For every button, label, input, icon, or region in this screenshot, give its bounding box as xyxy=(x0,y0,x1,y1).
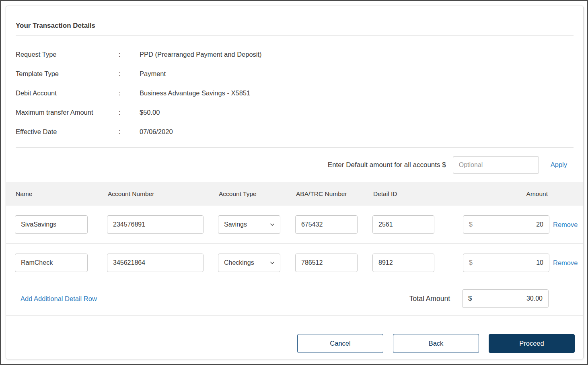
dollar-sign: $ xyxy=(469,259,473,266)
page-title: Your Transaction Details xyxy=(16,22,95,30)
aba-trc-number-input[interactable] xyxy=(295,215,358,234)
table-row: Savings $ Remove xyxy=(6,206,583,244)
summary-colon: : xyxy=(119,89,140,97)
amount-input[interactable] xyxy=(473,259,543,266)
column-header-account-type: Account Type xyxy=(218,190,295,198)
aba-trc-number-input[interactable] xyxy=(295,254,358,272)
column-header-account-number: Account Number xyxy=(107,190,218,198)
transaction-details-card: Your Transaction Details Request Type : … xyxy=(6,6,584,359)
summary-colon: : xyxy=(119,128,140,136)
summary-colon: : xyxy=(119,70,140,78)
column-header-aba-trc-number: ABA/TRC Number xyxy=(295,190,372,198)
summary-colon: : xyxy=(119,109,140,116)
proceed-button[interactable]: Proceed xyxy=(489,334,575,353)
summary-value: Business Advantage Savings - X5851 xyxy=(140,89,250,97)
account-type-selected-value: Checkings xyxy=(224,259,254,266)
name-input[interactable] xyxy=(15,215,88,234)
dollar-sign: $ xyxy=(468,295,472,303)
summary-row-max-transfer-amount: Maximum transfer Amount : $50.00 xyxy=(16,103,574,122)
summary-row-template-type: Template Type : Payment xyxy=(16,64,574,83)
summary-row-debit-account: Debit Account : Business Advantage Savin… xyxy=(16,83,574,103)
name-input[interactable] xyxy=(15,254,88,272)
summary-section: Request Type : PPD (Prearranged Payment … xyxy=(6,36,583,147)
card-header: Your Transaction Details xyxy=(6,6,583,35)
total-amount-field: $ xyxy=(462,289,549,308)
account-type-select[interactable]: Savings xyxy=(218,215,280,234)
remove-link[interactable]: Remove xyxy=(553,259,578,266)
apply-link[interactable]: Apply xyxy=(551,161,567,169)
back-button[interactable]: Back xyxy=(393,334,479,353)
default-amount-section: Enter Default amount for all accounts $ … xyxy=(6,148,583,182)
amount-input[interactable] xyxy=(473,221,543,228)
account-number-input[interactable] xyxy=(107,254,204,272)
summary-label: Effective Date xyxy=(16,128,119,136)
summary-colon: : xyxy=(119,51,140,58)
amount-field[interactable]: $ xyxy=(463,254,549,272)
column-header-name: Name xyxy=(15,190,107,198)
dollar-sign: $ xyxy=(469,221,473,228)
summary-value: Payment xyxy=(140,70,166,78)
table-header-row: Name Account Number Account Type ABA/TRC… xyxy=(6,182,583,206)
total-amount-label: Total Amount xyxy=(409,295,450,303)
table-row: Checkings $ Remove xyxy=(6,244,583,282)
chevron-down-icon xyxy=(269,260,275,266)
default-amount-label: Enter Default amount for all accounts $ xyxy=(328,161,446,169)
summary-value: 07/06/2020 xyxy=(140,128,173,136)
amount-field[interactable]: $ xyxy=(463,215,549,234)
account-type-selected-value: Savings xyxy=(224,221,247,228)
summary-row-effective-date: Effective Date : 07/06/2020 xyxy=(16,122,574,141)
total-amount-value xyxy=(472,295,543,302)
table-footer-row: Add Additional Detail Row Total Amount $ xyxy=(6,282,583,316)
account-type-select[interactable]: Checkings xyxy=(218,254,280,272)
detail-id-input[interactable] xyxy=(372,215,434,234)
detail-id-input[interactable] xyxy=(372,254,434,272)
column-header-detail-id: Detail ID xyxy=(372,190,463,198)
summary-label: Request Type xyxy=(16,51,119,58)
action-buttons: Cancel Back Proceed xyxy=(6,316,583,353)
remove-link[interactable]: Remove xyxy=(553,221,578,228)
default-amount-input[interactable] xyxy=(453,156,539,174)
summary-label: Debit Account xyxy=(16,89,119,97)
account-number-input[interactable] xyxy=(107,215,204,234)
summary-label: Maximum transfer Amount xyxy=(16,109,119,116)
cancel-button[interactable]: Cancel xyxy=(297,334,383,353)
column-header-amount: Amount xyxy=(463,190,549,198)
summary-row-request-type: Request Type : PPD (Prearranged Payment … xyxy=(16,45,574,64)
chevron-down-icon xyxy=(269,222,275,227)
add-additional-detail-row-link[interactable]: Add Additional Detail Row xyxy=(21,295,97,303)
summary-value: $50.00 xyxy=(140,109,160,116)
summary-value: PPD (Prearranged Payment and Deposit) xyxy=(140,51,262,58)
summary-label: Template Type xyxy=(16,70,119,78)
